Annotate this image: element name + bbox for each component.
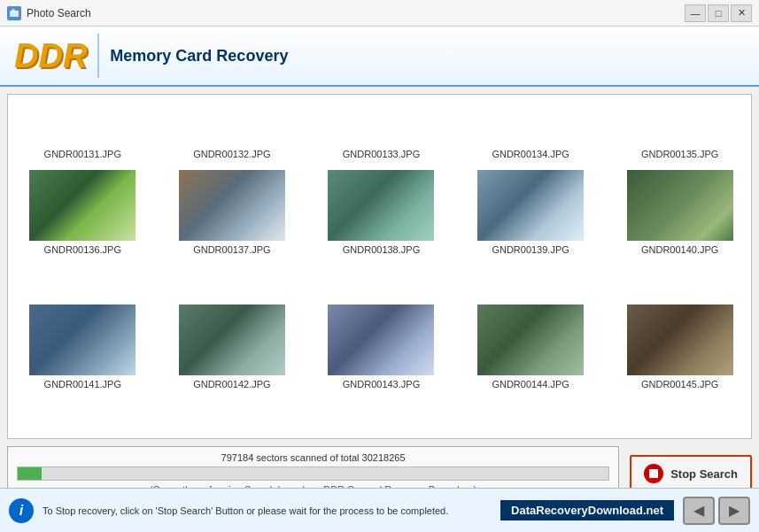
photo-filename: GNDR00137.JPG [193,244,270,255]
stop-icon [644,464,663,483]
info-icon: i [9,498,34,523]
list-item[interactable]: GNDR00145.JPG [608,301,751,431]
stop-search-label: Stop Search [670,467,738,481]
list-item[interactable]: GNDR00131.JPG [12,102,154,163]
list-item[interactable]: GNDR00134.JPG [460,102,602,163]
svg-rect-1 [12,9,15,12]
photo-grid[interactable]: GNDR00131.JPG GNDR00132.JPG GNDR00133.JP… [8,95,751,438]
list-item[interactable]: GNDR00135.JPG [608,102,751,163]
photo-thumbnail [328,170,434,241]
list-item[interactable]: GNDR00140.JPG [608,166,751,297]
photo-gallery: GNDR00131.JPG GNDR00132.JPG GNDR00133.JP… [7,94,752,439]
maximize-button[interactable]: □ [708,4,729,22]
forward-button[interactable]: ▶ [718,497,750,525]
ddr-logo: DDR [14,39,87,73]
photo-thumbnail [627,305,733,375]
photo-filename: GNDR00142.JPG [193,379,270,389]
list-item[interactable]: GNDR00138.JPG [310,166,453,297]
list-item[interactable]: GNDR00139.JPG [460,166,602,297]
photo-filename: GNDR00145.JPG [641,379,718,389]
header: DDR Memory Card Recovery [0,27,759,87]
title-bar: Photo Search — □ ✕ [0,0,759,27]
back-button[interactable]: ◀ [683,497,715,525]
list-item[interactable]: GNDR00136.JPG [12,166,154,297]
photo-filename: GNDR00140.JPG [641,244,718,255]
photo-filename: GNDR00131.JPG [44,149,121,159]
photo-thumbnail [477,305,584,375]
photo-thumbnail [179,305,285,375]
list-item[interactable]: GNDR00144.JPG [460,301,602,431]
photo-filename: GNDR00143.JPG [343,379,420,389]
list-item[interactable]: GNDR00137.JPG [161,166,304,297]
stop-icon-square [649,469,658,478]
list-item[interactable]: GNDR00142.JPG [161,301,304,431]
app-icon [7,6,21,20]
photo-thumbnail [179,170,285,241]
list-item[interactable]: GNDR00143.JPG [310,301,453,431]
divider-line [97,34,99,78]
photo-thumbnail [627,170,733,241]
progress-bar-background [17,466,609,481]
photo-filename: GNDR00139.JPG [492,244,569,255]
list-item[interactable]: GNDR00132.JPG [161,102,304,163]
window-title: Photo Search [27,7,91,19]
minimize-button[interactable]: — [685,4,706,22]
photo-filename: GNDR00135.JPG [641,149,718,159]
photo-filename: GNDR00144.JPG [492,379,569,389]
title-bar-left: Photo Search [7,6,91,20]
svg-rect-0 [10,11,19,17]
list-item[interactable]: GNDR00133.JPG [310,102,453,163]
photo-filename: GNDR00132.JPG [193,149,270,159]
list-item[interactable]: GNDR00141.JPG [12,301,154,431]
photo-filename: GNDR00134.JPG [492,149,569,159]
photo-thumbnail [477,170,584,241]
progress-bar-fill [18,467,42,480]
footer: i To Stop recovery, click on 'Stop Searc… [0,488,759,532]
photo-thumbnail [29,305,136,375]
photo-filename: GNDR00138.JPG [343,244,420,255]
window-controls: — □ ✕ [685,4,752,22]
close-button[interactable]: ✕ [731,4,752,22]
footer-navigation: ◀ ▶ [683,497,750,525]
photo-thumbnail [328,305,434,375]
photo-filename: GNDR00133.JPG [343,149,420,159]
photo-thumbnail [29,170,136,241]
footer-info-text: To Stop recovery, click on 'Stop Search'… [43,505,492,516]
photo-filename: GNDR00141.JPG [44,379,121,389]
stop-search-button[interactable]: Stop Search [630,455,752,492]
photo-filename: GNDR00136.JPG [44,244,121,255]
brand-label: DataRecoveryDownload.net [500,500,674,520]
app-title: Memory Card Recovery [110,47,288,66]
progress-sectors-text: 797184 sectors scanned of total 30218265 [17,452,609,463]
